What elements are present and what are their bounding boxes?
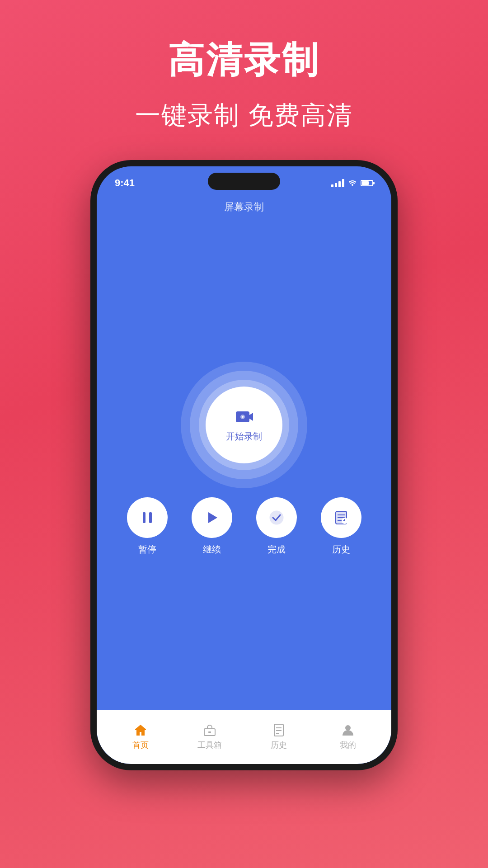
app-main: 开始录制 — [97, 221, 391, 710]
history-circle — [321, 497, 361, 538]
record-button-area: 开始录制 — [181, 362, 307, 488]
svg-point-18 — [345, 725, 351, 731]
start-record-button[interactable]: 开始录制 — [206, 387, 282, 463]
status-icons — [331, 179, 373, 188]
action-complete[interactable]: 完成 — [256, 497, 297, 556]
action-resume[interactable]: 继续 — [192, 497, 232, 556]
record-ripple-3: 开始录制 — [181, 362, 307, 488]
tab-history[interactable]: 历史 — [252, 723, 306, 750]
main-title: 高清录制 — [135, 36, 353, 85]
complete-label: 完成 — [267, 543, 286, 556]
svg-point-2 — [242, 416, 244, 418]
pause-label: 暂停 — [138, 543, 156, 556]
wifi-icon — [348, 179, 357, 188]
action-history[interactable]: 历史 — [321, 497, 361, 556]
pause-circle — [127, 497, 168, 538]
app-header-title: 屏幕录制 — [224, 200, 264, 214]
complete-circle — [256, 497, 297, 538]
tab-home-label: 首页 — [132, 740, 149, 750]
sub-title: 一键录制 免费高清 — [135, 99, 353, 133]
phone-wrapper: 9:41 屏幕录制 — [90, 160, 398, 775]
camera-icon — [234, 407, 254, 427]
resume-circle — [192, 497, 232, 538]
person-icon — [341, 723, 355, 737]
tab-bar: 首页 工具箱 — [97, 710, 391, 764]
history-icon — [272, 723, 286, 737]
tab-mine-label: 我的 — [340, 740, 356, 750]
svg-rect-13 — [208, 731, 211, 733]
tab-toolbox-label: 工具箱 — [197, 740, 222, 750]
history-action-label: 历史 — [332, 543, 350, 556]
svg-rect-4 — [149, 512, 152, 523]
tab-history-label: 历史 — [271, 740, 287, 750]
resume-label: 继续 — [203, 543, 221, 556]
tab-toolbox[interactable]: 工具箱 — [183, 723, 237, 750]
dynamic-island — [208, 173, 280, 190]
record-button-label: 开始录制 — [226, 430, 262, 443]
svg-point-5 — [270, 511, 283, 524]
svg-rect-3 — [143, 512, 145, 523]
phone-outer: 9:41 屏幕录制 — [90, 160, 398, 770]
home-icon — [134, 723, 147, 737]
record-ripple-1: 开始录制 — [199, 380, 289, 470]
battery-icon — [361, 180, 373, 186]
action-pause[interactable]: 暂停 — [127, 497, 168, 556]
tab-mine[interactable]: 我的 — [321, 723, 375, 750]
phone-screen: 9:41 屏幕录制 — [97, 166, 391, 764]
top-text-area: 高清录制 一键录制 免费高清 — [135, 36, 353, 133]
signal-icon — [331, 179, 344, 187]
tab-home[interactable]: 首页 — [113, 723, 168, 750]
toolbox-icon — [203, 723, 216, 737]
status-time: 9:41 — [115, 177, 135, 189]
app-header: 屏幕录制 — [97, 193, 391, 221]
action-buttons-row: 暂停 继续 — [97, 497, 391, 556]
record-ripple-2: 开始录制 — [190, 371, 298, 479]
